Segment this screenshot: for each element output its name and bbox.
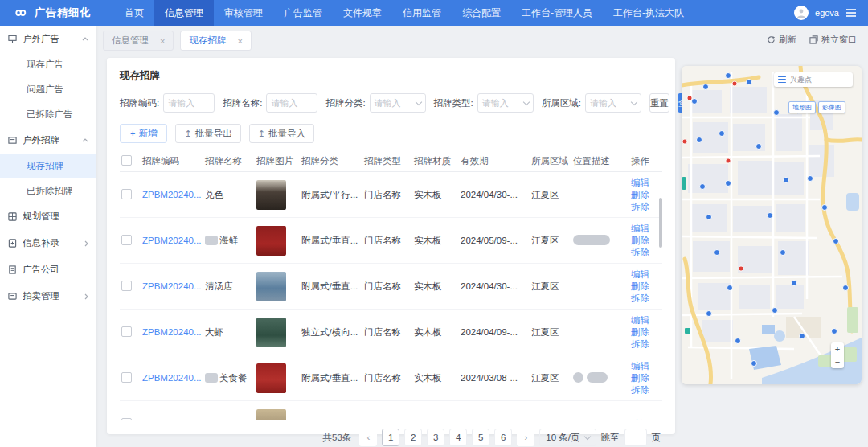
refresh-button[interactable]: 刷新 [767, 34, 796, 46]
nav-item-document-rules[interactable]: 文件规章 [333, 0, 392, 26]
nav-item-workbench-enforcement[interactable]: 工作台-执法大队 [603, 0, 694, 26]
edit-link[interactable]: 编辑 [631, 223, 661, 235]
sidebar-group-info-supplement[interactable]: 信息补录 [0, 230, 96, 256]
region-cell: 江夏区 [530, 310, 571, 355]
map-panel: 兴趣点 地形图 影像图 + − [682, 66, 862, 384]
sign-name-input[interactable] [266, 93, 317, 113]
sidebar-item-removed-signs[interactable]: 已拆除招牌 [0, 178, 96, 203]
tab-info-mgmt[interactable]: 信息管理 × [103, 31, 174, 51]
page-button-1[interactable]: 1 [382, 429, 399, 446]
sidebar-item-problem-ads[interactable]: 问题广告 [0, 77, 96, 102]
sidebar-item-existing-ads[interactable]: 现存广告 [0, 52, 96, 77]
sign-photo[interactable] [256, 363, 286, 393]
page-size-select[interactable]: 10 条/页 [539, 429, 596, 446]
row-checkbox[interactable] [121, 372, 132, 383]
demolish-link[interactable]: 拆除 [631, 338, 661, 351]
delete-link[interactable]: 删除 [631, 189, 661, 201]
edit-link[interactable]: 编辑 [631, 177, 661, 189]
sign-code-input[interactable] [163, 93, 215, 113]
filter-label: 招牌类型: [434, 97, 473, 109]
edit-link[interactable]: 编辑 [631, 314, 661, 326]
reset-button[interactable]: 重置 [649, 93, 669, 113]
select-all-checkbox[interactable] [121, 155, 132, 166]
nav-item-home[interactable]: 首页 [114, 0, 154, 26]
sidebar-group-outdoor-signs[interactable]: 户外招牌 [0, 127, 96, 154]
page-button-5[interactable]: 5 [472, 429, 489, 446]
sign-code-link[interactable]: ZPBM20240... [142, 190, 202, 199]
nav-item-workbench-admin[interactable]: 工作台-管理人员 [511, 0, 603, 26]
delete-link[interactable]: 删除 [631, 235, 661, 247]
sign-category-select[interactable]: 请输入 [370, 93, 426, 113]
nav-item-credit-supervision[interactable]: 信用监管 [392, 0, 452, 26]
region-cell: 江夏区 [530, 264, 571, 310]
nav-item-config[interactable]: 综合配置 [452, 0, 511, 26]
jump-page-input[interactable] [624, 429, 647, 446]
close-icon[interactable]: × [160, 36, 165, 46]
sign-photo[interactable] [256, 180, 286, 210]
edit-link[interactable]: 编辑 [631, 360, 661, 372]
page-button-4[interactable]: 4 [449, 429, 467, 446]
sign-name: 海鲜 [219, 236, 238, 245]
sign-code-link[interactable]: ZPBM20240... [142, 236, 202, 245]
page-button-2[interactable]: 2 [404, 429, 422, 446]
sign-type-select[interactable]: 请输入 [477, 93, 534, 113]
tab-existing-signs[interactable]: 现存招牌 × [180, 31, 251, 51]
close-icon[interactable]: × [237, 36, 242, 46]
import-label: 批量导入 [268, 128, 305, 140]
nav-item-info-mgmt[interactable]: 信息管理 [154, 0, 214, 26]
row-checkbox[interactable] [121, 326, 132, 337]
filter-label: 招牌编码: [120, 97, 159, 109]
region-cell: 江夏区 [530, 218, 571, 264]
demolish-link[interactable]: 拆除 [631, 384, 661, 396]
user-avatar[interactable] [794, 6, 809, 20]
delete-link[interactable]: 删除 [631, 372, 661, 384]
region-select[interactable]: 请输入 [585, 93, 641, 113]
page-button-6[interactable]: 6 [494, 429, 512, 446]
terrain-layer-button[interactable]: 地形图 [788, 101, 816, 113]
sign-code-link[interactable]: ZPBM20240... [142, 281, 202, 291]
standalone-window-button[interactable]: 独立窗口 [809, 34, 857, 46]
row-checkbox[interactable] [121, 418, 132, 420]
map-search-box[interactable]: 兴趣点 [774, 72, 853, 87]
sign-photo[interactable] [256, 318, 286, 347]
row-checkbox[interactable] [121, 235, 132, 245]
prev-page-button[interactable]: ‹ [359, 429, 377, 446]
demolish-link[interactable]: 拆除 [631, 201, 661, 213]
sign-code-link[interactable]: ZPBM20240... [142, 373, 202, 383]
edit-link[interactable]: 编辑 [631, 418, 661, 420]
table-scrollbar[interactable] [659, 198, 662, 248]
batch-import-button[interactable]: ↥批量导入 [249, 124, 314, 143]
edit-link[interactable]: 编辑 [631, 269, 661, 281]
zoom-in-button[interactable]: + [831, 342, 844, 355]
sign-code-link[interactable]: ZPBM20240... [142, 327, 202, 337]
delete-link[interactable]: 删除 [631, 281, 661, 293]
zoom-out-button[interactable]: − [831, 355, 844, 368]
menu-burger-icon[interactable] [845, 8, 857, 18]
building-icon [8, 265, 17, 274]
validity-cell: 2024/04/30-... [459, 264, 530, 310]
demolish-link[interactable]: 拆除 [631, 247, 661, 259]
delete-link[interactable]: 删除 [631, 326, 661, 338]
sidebar-group-outdoor-ads[interactable]: 户外广告 [0, 26, 96, 52]
sidebar-item-existing-signs[interactable]: 现存招牌 [0, 154, 96, 178]
sign-photo[interactable] [256, 272, 286, 301]
row-checkbox[interactable] [121, 189, 132, 199]
row-checkbox[interactable] [121, 281, 132, 291]
page-button-3[interactable]: 3 [427, 429, 444, 446]
billboard-icon [8, 35, 17, 43]
nav-item-review-mgmt[interactable]: 审核管理 [214, 0, 273, 26]
sign-photo[interactable] [256, 409, 286, 420]
sidebar-group-auction[interactable]: 拍卖管理 [0, 283, 96, 310]
sidebar-group-ad-company[interactable]: 广告公司 [0, 256, 96, 283]
batch-export-button[interactable]: ↥批量导出 [175, 124, 240, 143]
imagery-layer-button[interactable]: 影像图 [818, 101, 845, 113]
nav-item-ad-supervision[interactable]: 广告监管 [273, 0, 333, 26]
sidebar-item-removed-ads[interactable]: 已拆除广告 [0, 102, 96, 127]
next-page-button[interactable]: › [517, 429, 534, 446]
add-button[interactable]: +新增 [120, 124, 167, 143]
navbar-right: egova [794, 6, 868, 20]
sidebar-group-planning[interactable]: 规划管理 [0, 203, 96, 230]
sign-photo[interactable] [256, 226, 286, 256]
demolish-link[interactable]: 拆除 [631, 293, 661, 305]
map-canvas[interactable] [682, 66, 862, 384]
